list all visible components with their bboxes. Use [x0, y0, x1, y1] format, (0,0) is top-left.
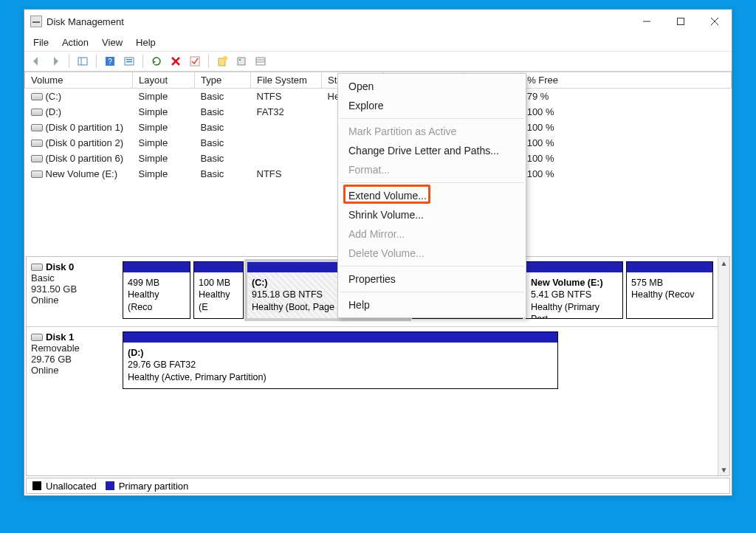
scrollbar[interactable]: ▲ ▼ [718, 257, 729, 475]
cell-volume: New Volume (E:) [46, 168, 118, 179]
svg-rect-10 [126, 61, 132, 63]
cell-fs: NTFS [251, 89, 322, 105]
drive-icon [31, 109, 43, 116]
svg-rect-13 [190, 57, 199, 66]
window-buttons [630, 10, 732, 33]
close-button[interactable] [698, 10, 732, 33]
toolbar: ? [24, 51, 732, 72]
properties-icon[interactable] [234, 54, 249, 69]
list-icon[interactable] [253, 54, 268, 69]
ctx-extend-volume[interactable]: Extend Volume... [338, 186, 526, 205]
disk-info[interactable]: Disk 1 Removable 29.76 GB Online [31, 331, 118, 389]
partition-box[interactable]: (D:)29.76 GB FAT32Healthy (Active, Prima… [123, 331, 558, 389]
ctx-add-mirror: Add Mirror... [338, 224, 526, 244]
context-menu: Open Explore Mark Partition as Active Ch… [337, 73, 526, 318]
legend-label-unallocated: Unallocated [46, 481, 97, 492]
cell-volume: (C:) [46, 91, 62, 102]
titlebar: Disk Management [24, 10, 732, 33]
cell-volume: (Disk 0 partition 2) [46, 137, 123, 148]
disk-status: Online [31, 295, 118, 306]
col-volume[interactable]: Volume [25, 72, 133, 89]
ctx-properties[interactable]: Properties [338, 269, 526, 289]
drive-icon [31, 124, 43, 131]
col-type[interactable]: Type [195, 72, 251, 89]
svg-rect-1 [678, 18, 684, 25]
svg-rect-4 [78, 58, 87, 65]
ctx-mark-active: Mark Partition as Active [338, 122, 526, 141]
svg-point-15 [223, 56, 227, 61]
forward-button[interactable] [48, 54, 63, 69]
disk-icon [31, 264, 43, 271]
app-icon [30, 16, 42, 27]
ctx-help[interactable]: Help [338, 295, 526, 314]
partition-box[interactable]: 575 MBHealthy (Recov [626, 261, 713, 319]
ctx-format: Format... [338, 160, 526, 179]
partition-box[interactable]: 100 MBHealthy (E [193, 261, 244, 319]
window-title: Disk Management [47, 16, 630, 27]
cell-layout: Simple [133, 89, 195, 105]
col-filesystem[interactable]: File System [251, 72, 322, 89]
col-layout[interactable]: Layout [133, 72, 195, 89]
menubar: File Action View Help [24, 33, 732, 51]
new-icon[interactable] [215, 54, 230, 69]
drive-icon [31, 155, 43, 162]
legend-swatch-primary [106, 481, 114, 490]
menu-action[interactable]: Action [62, 37, 89, 48]
cell-type: Basic [195, 89, 251, 105]
scroll-down-icon[interactable]: ▼ [718, 464, 729, 475]
partition-box[interactable]: 499 MBHealthy (Reco [123, 261, 190, 319]
legend: Unallocated Primary partition [26, 478, 730, 494]
disk-management-window: Disk Management File Action View Help ? [24, 9, 732, 496]
cell-volume: (D:) [46, 106, 62, 117]
col-pctfree[interactable]: % Free [521, 72, 732, 89]
disk-type: Removable [31, 343, 118, 354]
content-area: Volume Layout Type File System Status Ca… [24, 72, 732, 495]
disk-type: Basic [31, 272, 118, 283]
maximize-button[interactable] [664, 10, 698, 33]
disk-info[interactable]: Disk 0 Basic 931.50 GB Online [31, 261, 118, 319]
svg-text:?: ? [108, 58, 112, 66]
settings-button[interactable] [122, 54, 137, 69]
partition-box[interactable]: New Volume (E:)5.41 GB NTFSHealthy (Prim… [526, 261, 623, 319]
menu-help[interactable]: Help [136, 37, 156, 48]
disk-icon [31, 334, 43, 341]
ctx-change-letter[interactable]: Change Drive Letter and Paths... [338, 141, 526, 160]
drive-icon [31, 140, 43, 147]
delete-icon[interactable] [168, 54, 183, 69]
ctx-delete-volume: Delete Volume... [338, 244, 526, 263]
disk-size: 29.76 GB [31, 354, 118, 365]
ctx-open[interactable]: Open [338, 77, 526, 96]
back-button[interactable] [29, 54, 44, 69]
svg-rect-18 [256, 58, 265, 65]
disk-row: Disk 1 Removable 29.76 GB Online (D:)29.… [27, 327, 718, 396]
minimize-button[interactable] [630, 10, 664, 33]
legend-label-primary: Primary partition [119, 481, 189, 492]
disk-name: Disk 0 [46, 261, 74, 272]
disk-status: Online [31, 365, 118, 376]
check-icon[interactable] [188, 54, 202, 69]
svg-rect-9 [126, 59, 132, 61]
drive-icon [31, 93, 43, 100]
cell-pctfree: 79 % [521, 89, 732, 105]
legend-swatch-unallocated [32, 481, 41, 490]
drive-icon [31, 171, 43, 178]
help-button[interactable]: ? [103, 54, 117, 69]
disk-name: Disk 1 [46, 331, 74, 343]
partition-strip: (D:)29.76 GB FAT32Healthy (Active, Prima… [123, 331, 713, 389]
scroll-up-icon[interactable]: ▲ [718, 257, 729, 269]
cell-volume: (Disk 0 partition 6) [46, 153, 123, 164]
disk-size: 931.50 GB [31, 283, 118, 295]
menu-file[interactable]: File [33, 37, 49, 48]
cell-volume: (Disk 0 partition 1) [46, 122, 123, 133]
menu-view[interactable]: View [102, 37, 123, 48]
svg-rect-16 [238, 58, 245, 65]
ctx-explore[interactable]: Explore [338, 96, 526, 115]
show-hide-tree-button[interactable] [75, 54, 90, 69]
svg-rect-17 [239, 59, 241, 61]
refresh-button[interactable] [149, 54, 164, 69]
ctx-shrink-volume[interactable]: Shrink Volume... [338, 205, 526, 224]
